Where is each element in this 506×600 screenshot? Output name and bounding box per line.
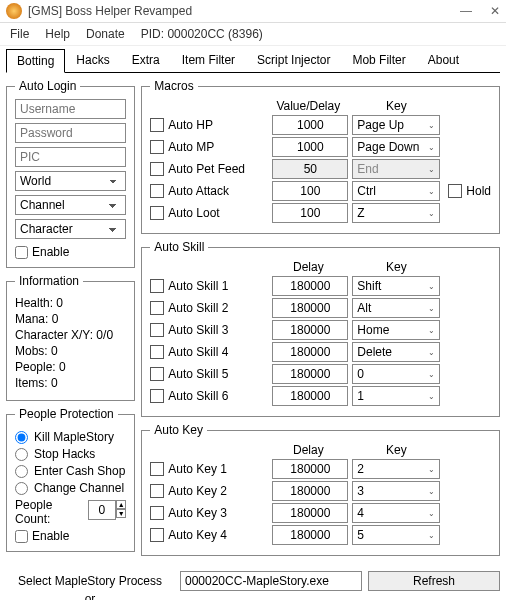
protection-legend: People Protection <box>15 407 118 421</box>
value-input[interactable] <box>272 525 348 545</box>
people-count-value[interactable] <box>88 500 116 520</box>
menu-donate[interactable]: Donate <box>86 27 125 41</box>
process-field[interactable] <box>180 571 362 591</box>
macro-row: Auto AttackCtrl⌄Hold <box>150 181 491 201</box>
key-select[interactable]: Home⌄ <box>352 320 440 340</box>
autologin-enable-checkbox[interactable] <box>15 246 28 259</box>
row-checkbox[interactable] <box>150 184 164 198</box>
key-select[interactable]: 3⌄ <box>352 481 440 501</box>
row-checkbox[interactable] <box>150 484 164 498</box>
row-checkbox[interactable] <box>150 301 164 315</box>
row-label: Auto MP <box>168 140 268 154</box>
username-field[interactable] <box>15 99 126 119</box>
value-input[interactable] <box>272 364 348 384</box>
world-select[interactable]: World <box>15 171 126 191</box>
value-input[interactable] <box>272 481 348 501</box>
key-select[interactable]: Page Up⌄ <box>352 115 440 135</box>
value-input[interactable] <box>272 342 348 362</box>
value-input[interactable] <box>272 298 348 318</box>
value-input[interactable] <box>272 115 348 135</box>
row-checkbox[interactable] <box>150 506 164 520</box>
row-label: Auto Skill 3 <box>168 323 268 337</box>
information-legend: Information <box>15 274 83 288</box>
row-checkbox[interactable] <box>150 279 164 293</box>
hold-checkbox[interactable] <box>448 184 462 198</box>
key-select[interactable]: Ctrl⌄ <box>352 181 440 201</box>
people-count-stepper[interactable]: ▲▼ <box>88 500 127 524</box>
autoskill-head-key: Key <box>348 260 444 274</box>
tab-script-injector[interactable]: Script Injector <box>246 48 341 72</box>
value-input[interactable] <box>272 137 348 157</box>
key-select[interactable]: 0⌄ <box>352 364 440 384</box>
channel-select[interactable]: Channel <box>15 195 126 215</box>
macro-row: Auto Skill 4Delete⌄ <box>150 342 491 362</box>
chevron-down-icon: ⌄ <box>428 509 435 518</box>
row-checkbox[interactable] <box>150 462 164 476</box>
protection-enable-checkbox[interactable] <box>15 530 28 543</box>
radio-stop[interactable] <box>15 448 28 461</box>
value-input[interactable] <box>272 181 348 201</box>
row-label: Auto Pet Feed <box>168 162 268 176</box>
tab-mob-filter[interactable]: Mob Filter <box>341 48 416 72</box>
chevron-down-icon: ⌄ <box>428 143 435 152</box>
character-select[interactable]: Character <box>15 219 126 239</box>
value-input[interactable] <box>272 320 348 340</box>
key-select[interactable]: 5⌄ <box>352 525 440 545</box>
radio-change[interactable] <box>15 482 28 495</box>
radio-stop-label: Stop Hacks <box>34 447 95 461</box>
tab-extra[interactable]: Extra <box>121 48 171 72</box>
tab-botting[interactable]: Botting <box>6 49 65 73</box>
autokey-legend: Auto Key <box>150 423 207 437</box>
key-select[interactable]: Z⌄ <box>352 203 440 223</box>
macro-row: Auto Skill 1Shift⌄ <box>150 276 491 296</box>
stepper-up-icon[interactable]: ▲ <box>116 500 126 509</box>
key-select[interactable]: Page Down⌄ <box>352 137 440 157</box>
key-select[interactable]: End⌄ <box>352 159 440 179</box>
row-checkbox[interactable] <box>150 206 164 220</box>
key-select[interactable]: Shift⌄ <box>352 276 440 296</box>
close-icon[interactable]: ✕ <box>490 4 500 18</box>
minimize-icon[interactable]: — <box>460 4 472 18</box>
macro-row: Auto Key 45⌄ <box>150 525 491 545</box>
row-checkbox[interactable] <box>150 118 164 132</box>
value-input[interactable] <box>272 503 348 523</box>
key-select[interactable]: 1⌄ <box>352 386 440 406</box>
row-checkbox[interactable] <box>150 345 164 359</box>
autokey-head-key: Key <box>348 443 444 457</box>
tab-item-filter[interactable]: Item Filter <box>171 48 246 72</box>
row-checkbox[interactable] <box>150 389 164 403</box>
key-select[interactable]: Delete⌄ <box>352 342 440 362</box>
row-checkbox[interactable] <box>150 140 164 154</box>
row-label: Auto Key 3 <box>168 506 268 520</box>
tab-about[interactable]: About <box>417 48 470 72</box>
tab-bar: BottingHacksExtraItem FilterScript Injec… <box>6 48 500 73</box>
value-input[interactable] <box>272 386 348 406</box>
radio-cash[interactable] <box>15 465 28 478</box>
macro-row: Auto HPPage Up⌄ <box>150 115 491 135</box>
key-select[interactable]: Alt⌄ <box>352 298 440 318</box>
row-label: Auto Attack <box>168 184 268 198</box>
row-checkbox[interactable] <box>150 528 164 542</box>
chevron-down-icon: ⌄ <box>428 209 435 218</box>
autokey-head-val: Delay <box>268 443 348 457</box>
row-checkbox[interactable] <box>150 367 164 381</box>
password-field[interactable] <box>15 123 126 143</box>
information-group: Information Health: 0 Mana: 0 Character … <box>6 274 135 401</box>
value-input[interactable] <box>272 276 348 296</box>
info-mobs: Mobs: 0 <box>15 344 126 358</box>
value-input[interactable] <box>272 459 348 479</box>
tab-hacks[interactable]: Hacks <box>65 48 120 72</box>
key-select[interactable]: 4⌄ <box>352 503 440 523</box>
key-select[interactable]: 2⌄ <box>352 459 440 479</box>
row-checkbox[interactable] <box>150 323 164 337</box>
row-checkbox[interactable] <box>150 162 164 176</box>
value-input[interactable] <box>272 159 348 179</box>
refresh-button[interactable]: Refresh <box>368 571 500 591</box>
menu-help[interactable]: Help <box>45 27 70 41</box>
chevron-down-icon: ⌄ <box>428 282 435 291</box>
menu-file[interactable]: File <box>10 27 29 41</box>
radio-kill[interactable] <box>15 431 28 444</box>
stepper-down-icon[interactable]: ▼ <box>116 509 126 518</box>
pic-field[interactable] <box>15 147 126 167</box>
value-input[interactable] <box>272 203 348 223</box>
